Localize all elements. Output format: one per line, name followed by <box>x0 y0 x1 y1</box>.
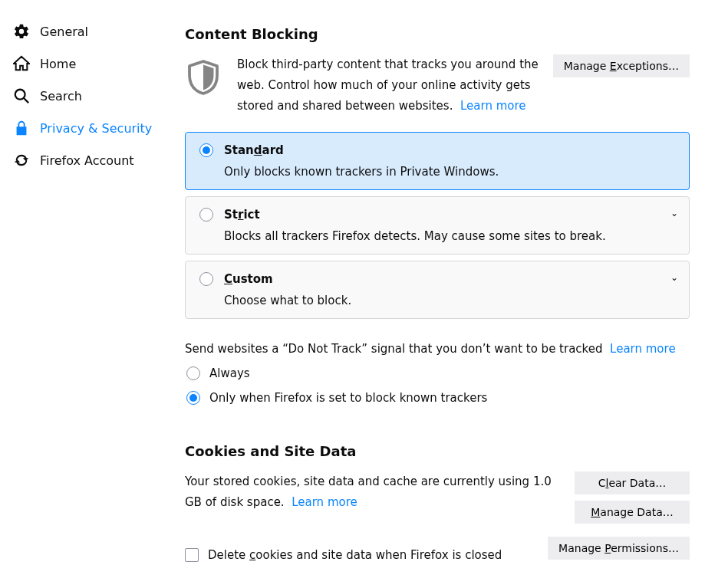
option-description: Choose what to block. <box>224 294 675 307</box>
sync-icon <box>12 151 31 169</box>
content-blocking-title: Content Blocking <box>185 26 690 42</box>
dnt-radio-row[interactable]: Only when Firefox is set to block known … <box>185 391 690 405</box>
manage-data-button[interactable]: Manage Data… <box>575 501 690 524</box>
cookies-learn-more-link[interactable]: Learn more <box>292 495 357 509</box>
sidebar-item-label: Search <box>40 89 82 103</box>
option-description: Only blocks known trackers in Private Wi… <box>224 165 675 179</box>
sidebar-item-privacy-security[interactable]: Privacy & Security <box>0 112 165 144</box>
dnt-option-label: Only when Firefox is set to block known … <box>209 391 487 405</box>
content-blocking-options: StandardOnly blocks known trackers in Pr… <box>185 132 690 319</box>
do-not-track-section: Send websites a “Do Not Track” signal th… <box>185 342 690 405</box>
checkbox-icon[interactable] <box>185 548 199 562</box>
shield-icon <box>185 54 223 103</box>
lock-icon <box>12 119 31 137</box>
sidebar-item-firefox-account[interactable]: Firefox Account <box>0 144 165 176</box>
content-blocking-option-custom[interactable]: Custom⌄Choose what to block. <box>185 261 690 319</box>
radio-icon[interactable] <box>199 143 213 157</box>
option-title: Custom <box>224 272 273 286</box>
settings-main: Content Blocking Block third-party conte… <box>165 0 705 588</box>
svg-point-0 <box>15 90 25 100</box>
clear-data-button[interactable]: Clear Data… <box>575 471 690 494</box>
sidebar-item-label: General <box>40 25 88 39</box>
dnt-option-label: Always <box>209 366 250 380</box>
radio-icon[interactable] <box>186 366 200 380</box>
sidebar-item-label: Home <box>40 57 76 71</box>
delete-cookies-label: Delete cookies and site data when Firefo… <box>208 548 502 562</box>
sidebar-item-general[interactable]: General <box>0 15 165 48</box>
option-title: Strict <box>224 208 260 222</box>
delete-cookies-checkbox-row[interactable]: Delete cookies and site data when Firefo… <box>185 548 502 562</box>
option-description: Blocks all trackers Firefox detects. May… <box>224 229 675 243</box>
sidebar-item-search[interactable]: Search <box>0 80 165 112</box>
content-blocking-option-standard[interactable]: StandardOnly blocks known trackers in Pr… <box>185 132 690 190</box>
option-title: Standard <box>224 143 284 157</box>
settings-sidebar: General Home Search Privacy & Security F… <box>0 0 165 588</box>
gear-icon <box>12 22 31 41</box>
manage-exceptions-button[interactable]: Manage Exceptions… <box>553 54 690 77</box>
home-icon <box>12 54 31 73</box>
radio-icon[interactable] <box>199 208 213 222</box>
svg-line-1 <box>24 98 28 103</box>
radio-icon[interactable] <box>199 272 213 286</box>
radio-icon[interactable] <box>186 391 200 405</box>
chevron-down-icon: ⌄ <box>670 272 678 283</box>
search-icon <box>12 87 31 105</box>
cookies-title: Cookies and Site Data <box>185 443 690 459</box>
sidebar-item-home[interactable]: Home <box>0 48 165 80</box>
sidebar-item-label: Privacy & Security <box>40 121 152 136</box>
content-blocking-description: Block third-party content that tracks yo… <box>237 54 539 117</box>
content-blocking-learn-more-link[interactable]: Learn more <box>460 99 526 113</box>
chevron-down-icon: ⌄ <box>670 208 678 218</box>
dnt-learn-more-link[interactable]: Learn more <box>610 342 676 356</box>
manage-permissions-button[interactable]: Manage Permissions… <box>548 537 690 560</box>
dnt-description: Send websites a “Do Not Track” signal th… <box>185 342 690 356</box>
dnt-radio-row[interactable]: Always <box>185 366 690 380</box>
content-blocking-option-strict[interactable]: Strict⌄Blocks all trackers Firefox detec… <box>185 196 690 255</box>
sidebar-item-label: Firefox Account <box>40 153 134 168</box>
cookies-description: Your stored cookies, site data and cache… <box>185 471 559 513</box>
content-blocking-header: Block third-party content that tracks yo… <box>185 54 690 117</box>
cookies-site-data-section: Cookies and Site Data Your stored cookie… <box>185 443 690 562</box>
